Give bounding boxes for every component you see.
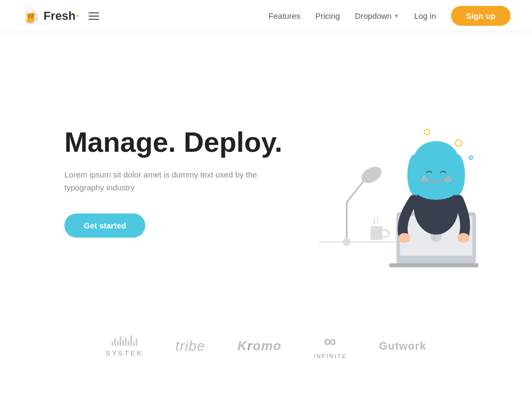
logo-gutwork: Gutwork	[379, 340, 426, 352]
nav-dropdown-label: Dropdown	[355, 11, 391, 20]
infinite-symbol: ∞	[324, 332, 337, 350]
svg-point-17	[413, 175, 459, 200]
nav-dropdown-link[interactable]: Dropdown ▼	[355, 11, 399, 20]
gutwork-label: Gutwork	[379, 340, 426, 352]
logo-infinite: ∞ INFINITE	[314, 332, 347, 359]
kromo-label: Kromo	[238, 338, 282, 353]
navbar: 🍺 Fresh· Features Pricing Dropdown ▼ Log…	[0, 0, 532, 32]
logo[interactable]: 🍺 Fresh·	[21, 7, 79, 25]
bar-1	[112, 342, 113, 346]
signup-button[interactable]: Sign up	[451, 6, 511, 26]
svg-point-21	[457, 233, 469, 243]
svg-point-19	[444, 178, 452, 182]
svg-point-4	[343, 238, 351, 246]
svg-rect-5	[371, 226, 382, 240]
bar-2	[114, 338, 116, 346]
nav-right: Features Pricing Dropdown ▼ Log in Sign …	[269, 6, 511, 26]
systek-label: SYSTEK	[106, 349, 143, 357]
bar-7	[128, 341, 129, 346]
bar-10	[136, 338, 137, 346]
nav-left: 🍺 Fresh·	[21, 7, 99, 25]
hero-text-block: Manage. Deploy. Lorem ipsum sit dolor am…	[64, 127, 290, 238]
logo-text: Fresh·	[43, 9, 79, 23]
hamburger-line-3	[88, 19, 99, 20]
hero-illustration: 	[290, 97, 478, 268]
logos-strip: SYSTEK tribe Kromo ∞ INFINITE Gutwork	[0, 322, 532, 370]
hero-title: Manage. Deploy.	[64, 127, 290, 158]
deco-circle-1	[424, 129, 430, 135]
bar-9	[133, 342, 135, 346]
deco-circle-2	[455, 139, 462, 147]
nav-pricing-link[interactable]: Pricing	[315, 11, 340, 20]
hero-svg-illustration: 	[290, 97, 478, 268]
bar-6	[125, 337, 127, 346]
hamburger-line-2	[88, 16, 99, 17]
deco-circle-3	[469, 156, 473, 160]
bar-8	[130, 335, 132, 346]
logo-systek: SYSTEK	[106, 335, 143, 357]
logo-dot: ·	[76, 9, 79, 23]
infinite-label: INFINITE	[314, 353, 347, 359]
hamburger-line-1	[88, 12, 99, 13]
get-started-button[interactable]: Get started	[64, 213, 145, 238]
nav-login-link[interactable]: Log in	[414, 11, 436, 20]
svg-point-20	[398, 233, 410, 243]
tribe-label: tribe	[175, 338, 205, 354]
chevron-down-icon: ▼	[394, 13, 399, 19]
logo-kromo: Kromo	[238, 338, 282, 353]
bar-4	[120, 336, 121, 346]
logo-tribe: tribe	[175, 338, 205, 354]
hero-subtitle: Lorem ipsum sit dolor amet is dummy text…	[64, 168, 290, 194]
svg-rect-10	[389, 263, 478, 267]
bar-5	[122, 339, 124, 346]
hero-section: Manage. Deploy. Lorem ipsum sit dolor am…	[0, 32, 532, 322]
systek-bars	[112, 335, 137, 346]
nav-features-link[interactable]: Features	[269, 11, 300, 20]
svg-point-18	[421, 178, 429, 182]
hamburger-menu[interactable]	[88, 12, 99, 20]
logo-icon: 🍺	[21, 7, 40, 25]
bar-3	[117, 341, 119, 346]
